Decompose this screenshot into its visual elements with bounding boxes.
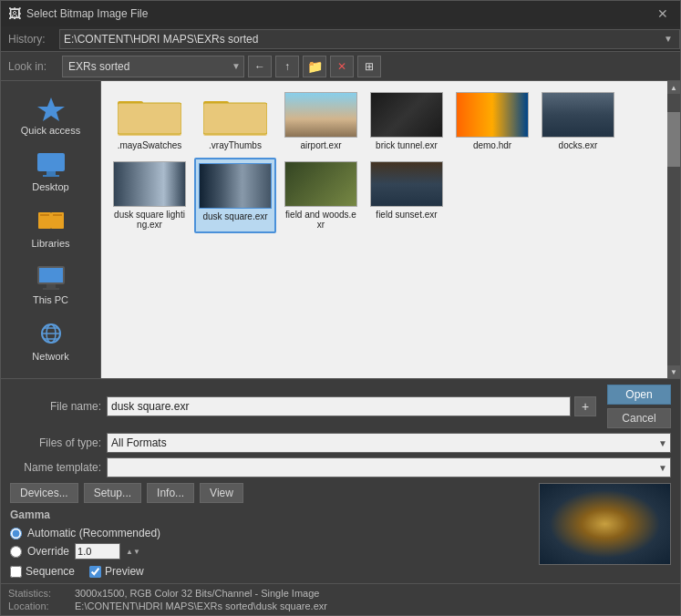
scrollbar[interactable]: ▲ ▼ xyxy=(667,81,680,378)
dialog-icon: 🖼 xyxy=(8,6,21,21)
list-item[interactable]: dusk square.exr xyxy=(194,158,276,233)
new-folder-button[interactable]: 📁 xyxy=(303,56,326,77)
statistics-value: 3000x1500, RGB Color 32 Bits/Channel - S… xyxy=(75,588,319,599)
location-key: Location: xyxy=(8,601,67,611)
filetype-label: Files of type: xyxy=(10,436,101,449)
sidebar-item-quick-access[interactable]: Quick access xyxy=(10,88,92,141)
sidebar: Quick access Desktop xyxy=(1,81,101,378)
location-row: Location: E:\CONTENT\HDRI MAPS\EXRs sort… xyxy=(8,601,673,611)
history-bar: History: E:\CONTENT\HDRI MAPS\EXRs sorte… xyxy=(1,26,680,52)
gamma-preview-image xyxy=(540,484,670,564)
file-browser: .mayaSwatches .vrayThumbs airport.exr xyxy=(101,81,667,378)
override-radio[interactable] xyxy=(10,546,22,558)
override-spinners: ▲▼ xyxy=(126,548,140,556)
bottom-controls: File name: + Open Cancel Files of type: … xyxy=(1,378,680,583)
titlebar: 🖼 Select Bitmap Image File ✕ xyxy=(1,1,680,26)
back-button[interactable]: ← xyxy=(248,56,272,77)
list-item[interactable]: .vrayThumbs xyxy=(194,88,276,154)
network-icon xyxy=(35,320,67,347)
file-item-label: dusk square lighting.exr xyxy=(112,210,187,230)
svg-rect-10 xyxy=(46,284,56,288)
list-item[interactable]: brick tunnel.exr xyxy=(366,88,448,154)
list-item[interactable]: .mayaSwatches xyxy=(108,88,191,154)
history-label: History: xyxy=(8,33,54,46)
gamma-title: Gamma xyxy=(10,508,530,521)
automatic-radio[interactable] xyxy=(10,528,22,539)
scrollbar-up-arrow[interactable]: ▲ xyxy=(667,81,680,94)
titlebar-left: 🖼 Select Bitmap Image File xyxy=(8,6,148,21)
toolbar-bar: Look in: EXRs sorted ▼ ← ↑ 📁 ✕ ⊞ xyxy=(1,52,680,81)
add-button[interactable]: + xyxy=(574,396,596,416)
svg-rect-1 xyxy=(37,153,65,171)
file-item-label: .vrayThumbs xyxy=(209,140,262,150)
list-item[interactable]: airport.exr xyxy=(280,88,362,154)
lookin-select[interactable]: EXRs sorted xyxy=(62,56,244,77)
devices-button[interactable]: Devices... xyxy=(10,483,78,503)
info-button[interactable]: Info... xyxy=(147,483,194,503)
filetype-row: Files of type: All Formats EXR Files HDR… xyxy=(10,433,671,453)
svg-rect-19 xyxy=(118,103,181,134)
preview-checkbox[interactable] xyxy=(89,566,101,578)
svg-rect-11 xyxy=(43,288,59,290)
view-button[interactable]: ⊞ xyxy=(357,56,381,77)
list-item[interactable]: demo.hdr xyxy=(451,88,533,154)
file-thumbnail xyxy=(542,92,614,138)
automatic-radio-label[interactable]: Automatic (Recommended) xyxy=(27,527,160,539)
svg-rect-3 xyxy=(43,175,59,177)
action-buttons: Open Cancel xyxy=(607,385,671,428)
filetype-select[interactable]: All Formats EXR Files HDR Files xyxy=(107,433,671,453)
sequence-checkbox[interactable] xyxy=(10,566,22,578)
sidebar-item-desktop[interactable]: Desktop xyxy=(10,145,92,198)
scrollbar-down-arrow[interactable]: ▼ xyxy=(667,365,680,378)
sidebar-item-this-pc[interactable]: This PC xyxy=(10,258,92,311)
view-button[interactable]: View xyxy=(200,483,243,503)
svg-rect-2 xyxy=(46,171,56,175)
libraries-icon xyxy=(35,207,67,234)
folder-icon xyxy=(199,92,272,138)
file-item-label: brick tunnel.exr xyxy=(376,140,438,150)
close-button[interactable]: ✕ xyxy=(653,4,673,24)
file-thumbnail xyxy=(199,163,272,209)
lookin-select-wrap: EXRs sorted ▼ xyxy=(62,56,244,77)
open-button[interactable]: Open xyxy=(607,385,671,405)
sidebar-item-libraries[interactable]: Libraries xyxy=(10,201,92,254)
file-item-label: field and woods.exr xyxy=(284,210,358,230)
preview-checkbox-label[interactable]: Preview xyxy=(89,565,144,578)
list-item[interactable]: dusk square lighting.exr xyxy=(108,158,191,233)
delete-button[interactable]: ✕ xyxy=(330,56,354,77)
cancel-button[interactable]: Cancel xyxy=(607,408,671,428)
filename-input-wrap: + xyxy=(107,396,596,416)
filename-input[interactable] xyxy=(107,396,571,416)
options-row: Sequence Preview xyxy=(10,565,530,578)
sequence-checkbox-label[interactable]: Sequence xyxy=(10,565,75,578)
name-template-select[interactable] xyxy=(107,457,671,477)
sub-buttons-row: Devices... Setup... Info... View xyxy=(10,483,530,503)
list-item[interactable]: field sunset.exr xyxy=(366,158,448,233)
preview-label: Preview xyxy=(105,565,144,578)
override-value-input[interactable] xyxy=(75,543,120,560)
name-template-label: Name template: xyxy=(10,461,101,474)
sequence-label: Sequence xyxy=(26,565,75,578)
list-item[interactable]: field and woods.exr xyxy=(280,158,362,233)
sidebar-item-network[interactable]: Network xyxy=(10,314,92,367)
list-item[interactable]: docks.exr xyxy=(537,88,619,154)
override-radio-label[interactable]: Override xyxy=(27,545,69,558)
gamma-preview xyxy=(539,483,671,565)
svg-rect-7 xyxy=(53,214,62,216)
up-button[interactable]: ↑ xyxy=(275,56,299,77)
file-item-label: dusk square.exr xyxy=(202,211,267,221)
gamma-controls: Devices... Setup... Info... View Gamma A… xyxy=(10,483,530,578)
history-select[interactable]: E:\CONTENT\HDRI MAPS\EXRs sorted xyxy=(59,29,680,49)
file-item-label: .mayaSwatches xyxy=(118,140,182,150)
quick-access-icon xyxy=(35,94,67,121)
dialog: 🖼 Select Bitmap Image File ✕ History: E:… xyxy=(0,0,681,616)
file-thumbnail xyxy=(113,161,186,207)
setup-button[interactable]: Setup... xyxy=(84,483,141,503)
file-thumbnail xyxy=(284,161,357,207)
sidebar-item-label-this-pc: This PC xyxy=(33,294,68,305)
file-thumbnail xyxy=(284,92,357,138)
filetype-select-wrap: All Formats EXR Files HDR Files ▼ xyxy=(107,433,671,453)
scrollbar-thumb[interactable] xyxy=(667,112,680,167)
this-pc-icon xyxy=(35,263,67,291)
gamma-section: Devices... Setup... Info... View Gamma A… xyxy=(10,483,671,578)
